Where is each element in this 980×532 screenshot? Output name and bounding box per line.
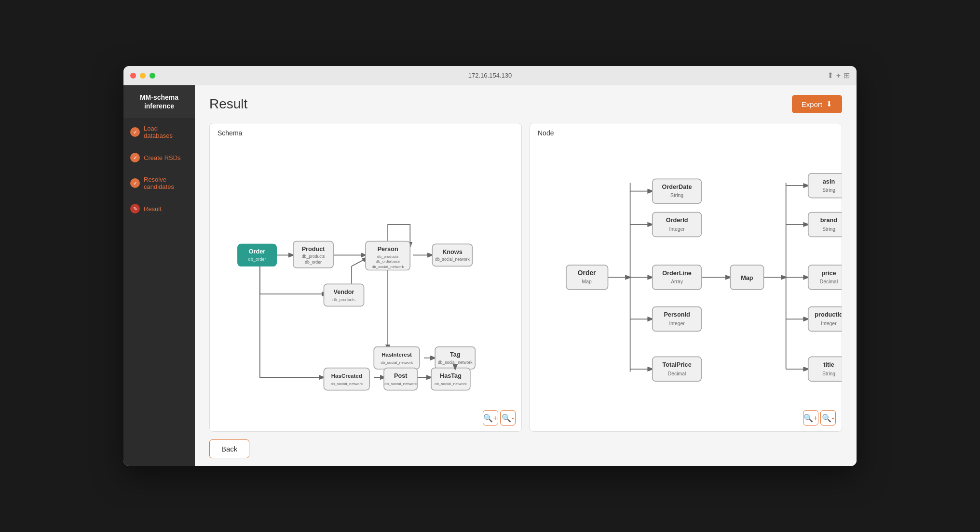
svg-text:Order: Order [578,269,596,277]
orderline-node [653,265,702,290]
sidebar-item-load-databases[interactable]: ✓ Load databases [123,118,195,146]
svg-text:db_products: db_products [332,297,355,302]
toolbar-icons: ⬆ + ⊞ [827,71,850,80]
share-icon: ⬆ [827,71,833,80]
create-rsds-icon: ✓ [130,153,140,162]
app-window: 172.16.154.130 ⬆ + ⊞ MM-schemainference … [123,66,857,466]
resolve-candidates-icon: ✓ [130,178,140,188]
svg-text:db_social_network: db_social_network [381,360,413,365]
svg-text:Integer: Integer [821,321,837,326]
svg-text:Product: Product [302,246,326,253]
svg-text:price: price [821,270,836,277]
sidebar-item-result[interactable]: ✎ Result [123,197,195,220]
svg-text:Array: Array [671,279,683,284]
order-node [238,244,277,266]
svg-text:asin: asin [823,178,835,185]
orderdate-node [653,179,702,203]
schema-panel: Schema [209,123,522,432]
download-icon: ⬇ [826,100,832,108]
asin-node [808,173,842,198]
title-node [808,357,842,381]
url-bar: 172.16.154.130 [468,72,512,79]
schema-diagram: Order db_order Product db_products db_or… [210,123,521,431]
svg-text:Map: Map [741,275,753,281]
schema-zoom-out-button[interactable]: 🔍- [500,410,516,426]
brand-node [808,213,842,237]
sidebar: MM-schemainference ✓ Load databases ✓ Cr… [123,85,195,466]
minimize-button[interactable] [140,73,146,79]
svg-text:db_order: db_order [305,260,322,265]
resolve-candidates-label: Resolve candidates [144,176,188,190]
svg-text:db_social_network: db_social_network [330,382,363,386]
svg-text:db_products: db_products [302,254,325,259]
svg-text:db_social_network: db_social_network [372,265,405,269]
svg-text:db_social_network: db_social_network [438,360,473,365]
svg-text:OrderId: OrderId [666,217,688,224]
hascreated-node [324,368,369,390]
footer-bar: Back [195,432,857,466]
svg-text:Order: Order [249,248,266,255]
svg-text:db_social_network: db_social_network [435,382,467,386]
svg-text:Integer: Integer [669,321,685,326]
svg-text:TotalPrice: TotalPrice [662,361,691,368]
page-title: Result [209,96,247,112]
svg-text:Integer: Integer [669,226,685,232]
svg-text:db_orderbase: db_orderbase [376,260,400,264]
price-node [808,265,842,290]
node-zoom-controls: 🔍+ 🔍- [803,410,836,426]
svg-text:Decimal: Decimal [668,371,686,376]
orderid-node [653,213,702,237]
svg-text:HasCreated: HasCreated [331,373,362,379]
schema-zoom-in-button[interactable]: 🔍+ [483,410,498,426]
svg-text:OrderDate: OrderDate [662,184,692,190]
svg-text:String: String [822,226,835,232]
sidebar-item-create-rsds[interactable]: ✓ Create RSDs [123,146,195,169]
svg-text:title: title [823,361,834,368]
zoom-in-icon: 🔍+ [483,413,497,423]
svg-text:String: String [670,193,683,198]
node-zoom-in-button[interactable]: 🔍+ [803,410,818,426]
svg-text:db_order: db_order [248,257,266,262]
schema-svg: Order db_order Product db_products db_or… [210,123,521,431]
result-label: Result [144,205,162,213]
add-tab-icon: + [836,71,841,80]
node-zoom-out-icon: 🔍- [822,413,834,423]
load-databases-icon: ✓ [130,127,140,137]
diagrams-area: Schema [195,123,857,432]
result-icon: ✎ [130,204,140,213]
svg-text:db_products: db_products [377,254,398,259]
create-rsds-label: Create RSDs [144,154,181,161]
back-button[interactable]: Back [209,439,249,458]
totalprice-node [653,357,702,381]
node-zoom-out-button[interactable]: 🔍- [820,410,836,426]
svg-text:String: String [822,187,835,193]
svg-text:Vendor: Vendor [334,289,354,295]
maximize-button[interactable] [150,73,155,79]
node-svg: Order Map OrderDate String OrderId Integ… [530,123,842,431]
svg-text:productId: productId [815,311,842,318]
svg-text:Map: Map [582,279,592,284]
export-button[interactable]: Export ⬇ [792,95,842,113]
node-panel: Node [530,123,842,432]
schema-zoom-controls: 🔍+ 🔍- [483,410,516,426]
titlebar: 172.16.154.130 ⬆ + ⊞ [123,66,857,85]
svg-text:db_social_network: db_social_network [384,382,417,386]
sidebar-title: MM-schemainference [123,85,195,118]
svg-text:Post: Post [394,372,408,379]
svg-text:brand: brand [820,217,837,224]
close-button[interactable] [130,73,136,79]
svg-text:Decimal: Decimal [820,279,838,284]
svg-text:Knows: Knows [442,249,463,255]
node-diagram: Order Map OrderDate String OrderId Integ… [530,123,842,431]
svg-text:String: String [822,371,835,376]
node-zoom-in-icon: 🔍+ [803,413,817,423]
svg-text:Person: Person [378,246,398,253]
svg-text:db_social_network: db_social_network [435,257,470,262]
svg-text:HasTag: HasTag [440,372,462,379]
zoom-out-icon: 🔍- [502,413,514,423]
svg-text:PersonId: PersonId [664,311,690,318]
sidebar-item-resolve-candidates[interactable]: ✓ Resolve candidates [123,169,195,197]
grid-icon: ⊞ [844,71,850,80]
svg-text:OrderLine: OrderLine [662,270,692,277]
hasinterest-node [374,347,420,369]
